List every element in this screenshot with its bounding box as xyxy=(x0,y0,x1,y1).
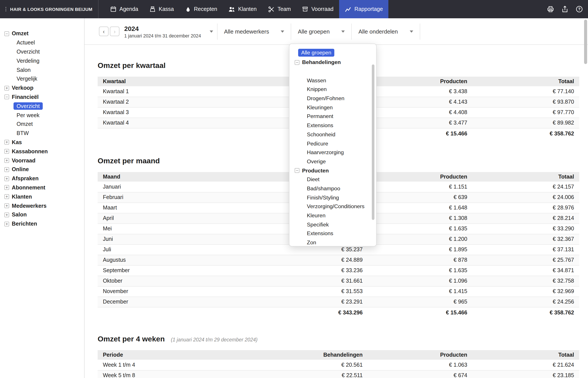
menu-icon[interactable] xyxy=(6,7,6,11)
dropdown-option-schoonheid[interactable]: Schoonheid xyxy=(289,130,376,139)
dropdown-option-knippen[interactable]: Knippen xyxy=(289,85,376,94)
printer-icon[interactable] xyxy=(547,6,554,13)
dropdown-option-specifiek[interactable]: Specifiek xyxy=(289,220,376,229)
help-icon[interactable]: ? xyxy=(576,6,583,13)
next-period-button[interactable]: › xyxy=(110,27,119,36)
dropdown-group-label: Producten xyxy=(302,167,329,174)
dropdown-group-behandelingen[interactable]: −Behandelingen xyxy=(289,58,376,67)
sidebar-item-kassabonnen[interactable]: +Kassabonnen xyxy=(0,147,84,156)
dropdown-selected-option[interactable]: Alle groepen xyxy=(298,49,334,57)
sidebar-subitem-label: Omzet xyxy=(16,121,33,127)
sidebar-item-salon[interactable]: +Salon xyxy=(0,210,84,219)
cell-value: € 31.553 xyxy=(226,286,368,297)
dropdown-option-finish-styling[interactable]: Finish/Styling xyxy=(289,193,376,202)
sidebar-subitem-omzet[interactable]: Omzet xyxy=(0,120,84,129)
nav-item-klanten[interactable]: Klanten xyxy=(223,0,262,18)
collapse-icon[interactable]: − xyxy=(295,60,299,65)
prev-period-button[interactable]: ‹ xyxy=(99,27,109,36)
page-scrollbar[interactable] xyxy=(584,20,587,64)
expand-icon[interactable]: + xyxy=(4,158,9,163)
dropdown-option-kleuringen[interactable]: Kleuringen xyxy=(289,103,376,112)
expand-icon[interactable]: + xyxy=(4,221,9,226)
sidebar-subitem-vergelijk[interactable]: Vergelijk xyxy=(0,74,84,84)
droplet-icon xyxy=(185,6,191,12)
dropdown-option-empty[interactable] xyxy=(289,67,376,76)
nav-item-kassa[interactable]: Kassa xyxy=(144,0,180,18)
dropdown-option-haarverzorging[interactable]: Haarverzorging xyxy=(289,148,376,157)
sidebar-item-medewerkers[interactable]: +Medewerkers xyxy=(0,201,84,210)
sidebar-item-berichten[interactable]: +Berichten xyxy=(0,219,84,229)
export-icon[interactable] xyxy=(561,6,568,13)
collapse-icon[interactable]: − xyxy=(295,168,299,173)
nav-item-recepten[interactable]: Recepten xyxy=(180,0,223,18)
cell-label: November xyxy=(98,286,226,297)
sidebar-subitem-btw[interactable]: BTW xyxy=(0,129,84,138)
expand-icon[interactable]: + xyxy=(4,203,9,208)
cell-label: Juli xyxy=(98,244,226,255)
sidebar-subitem-per-week[interactable]: Per week xyxy=(0,111,84,120)
dropdown-option-extensions[interactable]: Extensions xyxy=(289,229,376,238)
expand-icon[interactable]: + xyxy=(4,167,9,172)
expand-icon[interactable]: + xyxy=(4,176,9,181)
onderdelen-filter[interactable]: Alle onderdelen xyxy=(352,18,420,44)
dropdown-option-zon[interactable]: Zon xyxy=(289,238,376,247)
dropdown-option-wassen[interactable]: Wassen xyxy=(289,76,376,85)
dropdown-group-producten[interactable]: −Producten xyxy=(289,166,376,175)
medewerkers-filter[interactable]: Alle medewerkers xyxy=(218,18,291,44)
dropdown-option-extensions[interactable]: Extensions xyxy=(289,121,376,130)
expand-icon[interactable]: + xyxy=(4,86,9,90)
sidebar-subitem-overzicht[interactable]: Overzicht xyxy=(0,47,84,56)
dropdown-option-overige[interactable]: Overige xyxy=(289,157,376,166)
sidebar-item-label: Kassabonnen xyxy=(12,148,48,155)
sidebar-subitem-overzicht[interactable]: Overzicht xyxy=(0,102,84,111)
expand-icon[interactable]: + xyxy=(4,185,9,190)
sidebar-item-financie-l[interactable]: −Financieël xyxy=(0,93,84,102)
sidebar-subitem-salon[interactable]: Salon xyxy=(0,65,84,74)
dropdown-option-permanent[interactable]: Permanent xyxy=(289,112,376,121)
cell-value: € 965 xyxy=(368,297,473,307)
dropdown-option-label: Zon xyxy=(307,240,316,246)
nav-item-voorraad[interactable]: Voorraad xyxy=(297,0,339,18)
cell-value: € 639 xyxy=(368,192,473,202)
expand-icon[interactable]: + xyxy=(4,140,9,145)
sidebar-item-verkoop[interactable]: +Verkoop xyxy=(0,84,84,93)
chevron-down-icon xyxy=(409,30,413,32)
cell-value: € 77.140 xyxy=(473,86,579,97)
nav-item-label: Agenda xyxy=(119,6,138,12)
total-value: € 358.762 xyxy=(473,307,579,318)
sidebar-item-omzet[interactable]: −Omzet xyxy=(0,29,84,38)
dropdown-option-dieet[interactable]: Dieet xyxy=(289,175,376,184)
nav-item-agenda[interactable]: Agenda xyxy=(105,0,144,18)
sidebar-subitem-verdeling[interactable]: Verdeling xyxy=(0,56,84,66)
sidebar-subitem-actueel[interactable]: Actueel xyxy=(0,38,84,47)
expand-icon[interactable]: + xyxy=(4,149,9,154)
dropdown-option-pedicure[interactable]: Pedicure xyxy=(289,139,376,148)
dropdown-scrollbar[interactable] xyxy=(372,65,374,220)
cell-value: € 3.477 xyxy=(368,118,473,128)
sidebar-item-abonnement[interactable]: +Abonnement xyxy=(0,183,84,192)
cell-label: Week 1 t/m 4 xyxy=(98,360,226,370)
expand-icon[interactable]: + xyxy=(4,213,9,217)
dropdown-option-bad-shampoo[interactable]: Bad/shampoo xyxy=(289,184,376,193)
sidebar-item-afspraken[interactable]: +Afspraken xyxy=(0,174,84,183)
nav-item-rapportage[interactable]: Rapportage xyxy=(339,0,389,18)
collapse-icon[interactable]: − xyxy=(4,95,9,99)
sidebar-item-voorraad[interactable]: +Voorraad xyxy=(0,156,84,165)
expand-icon[interactable]: + xyxy=(4,194,9,199)
sidebar-item-kas[interactable]: +Kas xyxy=(0,138,84,147)
dropdown-option-kleuren[interactable]: Kleuren xyxy=(289,211,376,220)
nav-item-team[interactable]: Team xyxy=(262,0,297,18)
dropdown-option-label: Knippen xyxy=(307,86,327,93)
dropdown-option-drogen-fohnen[interactable]: Drogen/Fohnen xyxy=(289,94,376,103)
collapse-icon[interactable]: − xyxy=(4,31,9,36)
dropdown-option-verzorging-conditioners[interactable]: Verzorging/Conditioners xyxy=(289,202,376,211)
cell-value: € 4.143 xyxy=(368,97,473,107)
groepen-filter[interactable]: Alle groepen xyxy=(291,18,351,44)
period-subtitle: 1 januari 2024 t/m 31 december 2024 xyxy=(124,33,210,38)
sidebar-item-online[interactable]: +Online xyxy=(0,165,84,174)
nav-item-label: Recepten xyxy=(194,6,217,12)
dropdown-option-label: Bad/shampoo xyxy=(307,186,340,192)
sidebar-item-klanten[interactable]: +Klanten xyxy=(0,192,84,202)
period-pager: ‹ › xyxy=(99,27,119,36)
period-select[interactable]: 2024 1 januari 2024 t/m 31 december 2024 xyxy=(124,25,217,38)
